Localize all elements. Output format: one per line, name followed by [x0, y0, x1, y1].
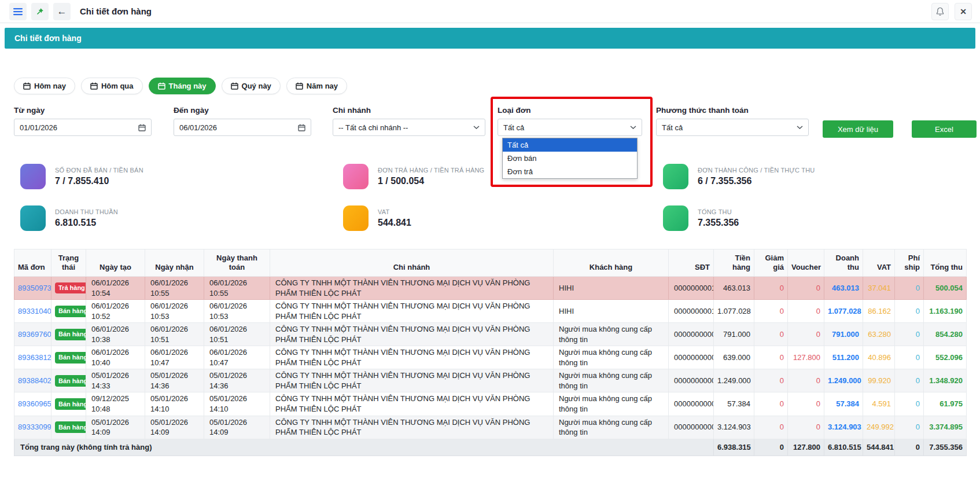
quick-filter-this-month[interactable]: Tháng này — [149, 78, 216, 94]
quick-filter-this-quarter[interactable]: Quý này — [222, 78, 281, 94]
order-id-cell: 89363812 — [14, 346, 51, 369]
total-cell: 1.348.920 — [924, 369, 967, 392]
time-line: 14:09 — [209, 427, 266, 438]
date-line: 06/01/2026 — [209, 278, 266, 288]
calendar-icon — [23, 82, 31, 90]
phone-cell: 0000000000 — [669, 369, 714, 392]
order-id-link[interactable]: 89360965 — [18, 399, 51, 408]
stat-label: DOANH THU THUẦN — [55, 208, 118, 215]
column-header-7: Khách hàng — [554, 249, 669, 277]
stat-value: 6 / 7.355.356 — [698, 176, 815, 186]
order-id-link[interactable]: 89363812 — [18, 353, 51, 362]
stat-card-net-revenue: DOANH THU THUẦN 6.810.515 — [20, 205, 118, 231]
back-button[interactable]: ← — [53, 3, 71, 20]
phone-cell: 0000000000 — [669, 346, 714, 369]
order-id-link[interactable]: 89350973 — [18, 284, 51, 292]
notifications-button[interactable] — [931, 3, 949, 20]
excel-button[interactable]: Excel — [912, 120, 977, 138]
topbar: ← Chi tiết đơn hàng ✕ — [0, 0, 980, 23]
stat-value: 6.810.515 — [55, 218, 118, 228]
ship-cell: 0 — [895, 346, 924, 369]
status-cell: Bán hàng — [51, 300, 86, 323]
branch-cell: CÔNG TY TNHH MỘT THÀNH VIÊN THƯƠNG MẠI D… — [270, 416, 554, 439]
time-line: 14:10 — [150, 404, 200, 414]
customer-cell: Người mua không cung cấp thông tin — [554, 392, 669, 416]
table-footer-row: Tổng trang này (không tính trả hàng)6.93… — [14, 439, 967, 456]
column-header-13: VAT — [863, 249, 895, 277]
created-cell: 05/01/202614:33 — [86, 369, 145, 392]
order-id-link[interactable]: 89388402 — [18, 376, 51, 385]
dropdown-option-all[interactable]: Tất cả — [503, 138, 637, 152]
table-row: 89369760Bán hàng06/01/202610:3806/01/202… — [14, 323, 967, 346]
time-line: 10:38 — [91, 335, 141, 345]
branch-select-value: -- Tất cả chi nhánh -- — [338, 123, 408, 132]
view-data-button[interactable]: Xem dữ liệu — [823, 120, 893, 138]
time-line: 14:09 — [150, 427, 200, 438]
payment-method-select[interactable]: Tất cả — [656, 119, 809, 136]
paid-cell: 06/01/202610:53 — [204, 300, 270, 323]
ship-cell: 0 — [895, 392, 924, 416]
stat-label: VAT — [378, 208, 411, 215]
received-cell: 05/01/202614:10 — [145, 392, 204, 416]
total-cell: 854.280 — [924, 323, 967, 346]
from-date-input[interactable]: 01/01/2026 — [14, 119, 152, 136]
quick-filter-today[interactable]: Hôm nay — [14, 78, 75, 94]
quick-filter-this-year[interactable]: Năm nay — [286, 78, 347, 94]
branch-cell: CÔNG TY TNHH MỘT THÀNH VIÊN THƯƠNG MẠI D… — [270, 300, 554, 323]
time-line: 10:47 — [209, 358, 266, 368]
to-date-input[interactable]: 06/01/2026 — [174, 119, 311, 136]
stat-label: ĐƠN TRẢ HÀNG / TIỀN TRẢ HÀNG — [378, 167, 484, 174]
table-row: 89331040Bán hàng06/01/202610:5206/01/202… — [14, 300, 967, 323]
order-id-cell: 89350973 — [14, 277, 51, 300]
pin-button[interactable] — [31, 3, 49, 20]
order-type-select[interactable]: Tất cả — [498, 119, 642, 136]
time-line: 14:09 — [91, 427, 141, 438]
created-cell: 06/01/202610:40 — [86, 346, 145, 369]
phone-cell: 0000000001 — [669, 277, 714, 300]
date-line: 06/01/2026 — [150, 347, 200, 358]
goods-cell: 791.000 — [714, 323, 754, 346]
ship-cell: 0 — [895, 369, 924, 392]
column-header-11: Voucher — [788, 249, 824, 277]
status-badge: Trả hàng — [55, 282, 86, 294]
dropdown-option-return[interactable]: Đơn trả — [503, 165, 637, 178]
date-line: 06/01/2026 — [209, 301, 266, 311]
date-line: 05/01/2026 — [150, 417, 200, 428]
dropdown-option-sale[interactable]: Đơn bán — [503, 152, 637, 165]
close-button[interactable]: ✕ — [955, 3, 972, 20]
orders-table: Mã đơnTrạng tháiNgày tạoNgày nhậnNgày th… — [14, 249, 967, 456]
footer-label: Tổng trang này (không tính trả hàng) — [14, 439, 714, 456]
voucher-cell: 0 — [788, 277, 824, 300]
ship-cell: 0 — [895, 277, 924, 300]
goods-cell: 639.000 — [714, 346, 754, 369]
ship-cell: 0 — [895, 323, 924, 346]
date-line: 09/12/2025 — [91, 394, 141, 404]
phone-cell: 0000000000 — [669, 323, 714, 346]
order-id-cell: 89388402 — [14, 369, 51, 392]
revenue-cell: 3.124.903 — [824, 416, 863, 439]
menu-button[interactable] — [9, 3, 27, 20]
goods-cell: 3.124.903 — [714, 416, 754, 439]
calendar-icon — [231, 82, 238, 90]
calendar-icon — [158, 82, 165, 90]
discount-cell: 0 — [754, 346, 788, 369]
discount-cell: 0 — [754, 277, 788, 300]
quick-filter-yesterday[interactable]: Hôm qua — [81, 78, 143, 94]
chevron-down-icon — [797, 126, 803, 130]
customer-cell: Người mua không cung cấp thông tin — [554, 416, 669, 439]
date-line: 05/01/2026 — [150, 394, 200, 404]
status-cell: Bán hàng — [51, 323, 86, 346]
quick-filter-label: Hôm nay — [34, 82, 66, 90]
vat-cell: 40.896 — [863, 346, 895, 369]
stats-section: SỐ ĐƠN ĐÃ BÁN / TIỀN BÁN 7 / 7.855.410 Đ… — [14, 164, 966, 233]
order-id-link[interactable]: 89369760 — [18, 330, 51, 339]
branch-select[interactable]: -- Tất cả chi nhánh -- — [333, 119, 485, 136]
created-cell: 06/01/202610:54 — [86, 277, 145, 300]
order-id-link[interactable]: 89331040 — [18, 307, 51, 315]
order-id-link[interactable]: 89333099 — [18, 423, 51, 431]
payment-method-select-value: Tất cả — [662, 123, 683, 132]
date-line: 06/01/2026 — [150, 324, 200, 335]
date-line: 06/01/2026 — [91, 301, 141, 311]
created-cell: 09/12/202510:48 — [86, 392, 145, 416]
page-title: Chi tiết đơn hàng — [80, 6, 152, 16]
